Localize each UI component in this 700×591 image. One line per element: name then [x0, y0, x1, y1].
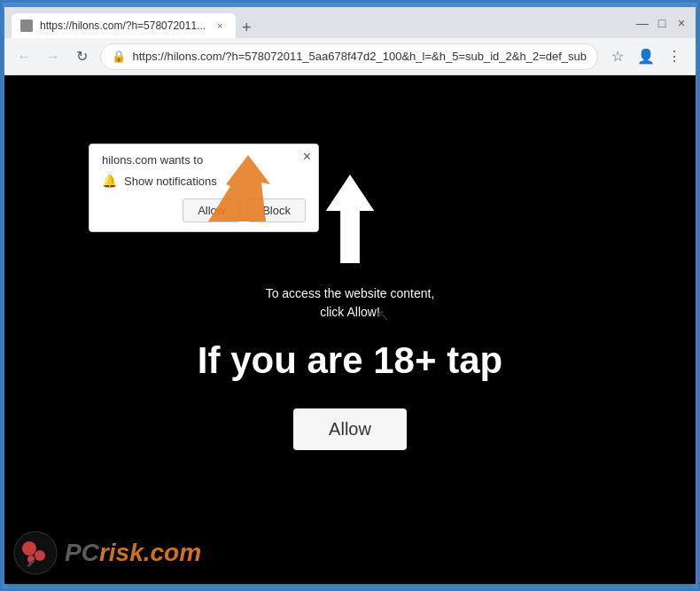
- popup-buttons: Allow Block: [102, 198, 306, 222]
- reload-button[interactable]: ↻: [71, 45, 93, 68]
- svg-point-4: [35, 550, 45, 561]
- browser-window: https://hilons.com/?h=578072011... × + —…: [4, 7, 696, 584]
- minimize-button[interactable]: —: [635, 16, 649, 30]
- star-button[interactable]: ☆: [605, 44, 630, 69]
- popup-allow-button[interactable]: Allow: [183, 198, 240, 222]
- menu-button[interactable]: ⋮: [662, 44, 687, 69]
- svg-marker-1: [326, 175, 375, 263]
- popup-close-button[interactable]: ×: [303, 150, 311, 164]
- pcrisk-text: PCrisk.com: [65, 539, 201, 567]
- svg-rect-0: [20, 19, 33, 32]
- address-bar[interactable]: 🔒 https://hilons.com/?h=578072011_5aa678…: [100, 43, 599, 70]
- tab-title: https://hilons.com/?h=578072011...: [40, 19, 206, 32]
- popup-notification-text: Show notifications: [124, 175, 217, 188]
- content-area: To access the website content, click All…: [4, 75, 696, 584]
- pcrisk-logo-icon: [13, 531, 58, 575]
- active-tab[interactable]: https://hilons.com/?h=578072011... ×: [12, 13, 236, 38]
- back-button[interactable]: ←: [13, 45, 35, 68]
- title-bar: https://hilons.com/?h=578072011... × + —…: [4, 7, 696, 38]
- popup-title: hilons.com wants to: [102, 153, 306, 167]
- watermark: PCrisk.com: [13, 531, 201, 575]
- lock-icon: 🔒: [112, 50, 126, 63]
- window-controls: — □ ×: [635, 16, 688, 30]
- new-tab-button[interactable]: +: [236, 17, 257, 38]
- tab-favicon: [20, 19, 33, 32]
- popup-notification-row: 🔔 Show notifications: [102, 174, 306, 188]
- tab-close-button[interactable]: ×: [213, 19, 227, 33]
- notification-popup: × hilons.com wants to 🔔 Show notificatio…: [89, 144, 319, 232]
- close-button[interactable]: ×: [674, 16, 688, 30]
- popup-block-button[interactable]: Block: [247, 198, 306, 222]
- forward-button[interactable]: →: [43, 45, 65, 68]
- access-text: To access the website content, click All…: [266, 284, 435, 322]
- account-button[interactable]: 👤: [634, 44, 658, 69]
- nav-icons-right: ☆ 👤 ⋮: [605, 44, 687, 69]
- address-text: https://hilons.com/?h=578072011_5aa678f4…: [133, 50, 587, 63]
- allow-button-main[interactable]: Allow: [293, 408, 407, 450]
- svg-point-3: [22, 541, 36, 556]
- maximize-button[interactable]: □: [655, 16, 669, 30]
- up-arrow-icon: [315, 175, 385, 267]
- nav-bar: ← → ↻ 🔒 https://hilons.com/?h=578072011_…: [4, 38, 696, 75]
- tab-area: https://hilons.com/?h=578072011... × +: [12, 7, 623, 38]
- bell-icon: 🔔: [102, 174, 117, 188]
- age-text: If you are 18+ tap: [198, 339, 502, 382]
